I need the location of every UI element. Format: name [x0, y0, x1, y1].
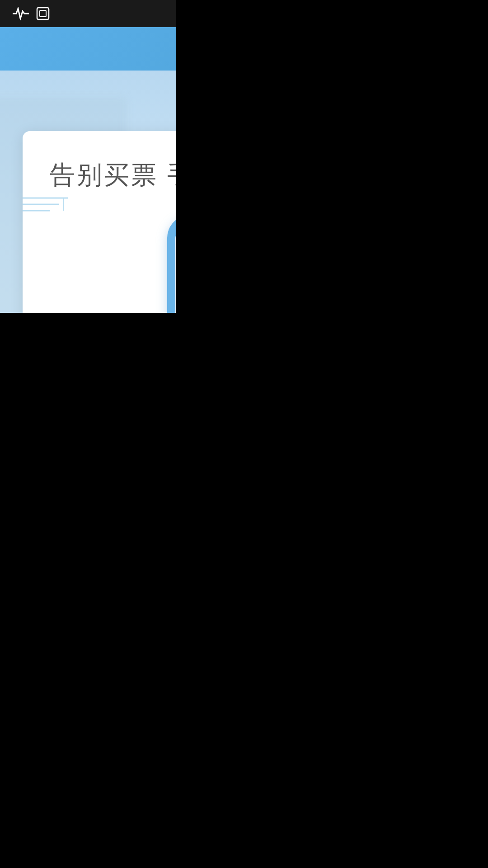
tagline-text: 告别买票 手机进闸 [50, 158, 176, 193]
phone-mockup: 一路一城 幸福温州 [167, 215, 176, 313]
phone-area: 一路一城 幸福温州 [50, 215, 176, 313]
screenshot-icon [36, 7, 50, 20]
phone-screen-content: 一路一城 幸福温州 [175, 223, 176, 313]
svg-rect-1 [40, 10, 46, 17]
page-header: 乘车二维码 [0, 27, 176, 71]
main-card: 告别买票 手机进闸 [23, 131, 176, 313]
status-left-icons [13, 7, 50, 20]
health-icon [13, 7, 29, 20]
svg-rect-0 [37, 8, 49, 19]
phone-screen: 一路一城 幸福温州 [175, 223, 176, 313]
status-bar: 4G 74% 下午 2:59 [0, 0, 176, 27]
